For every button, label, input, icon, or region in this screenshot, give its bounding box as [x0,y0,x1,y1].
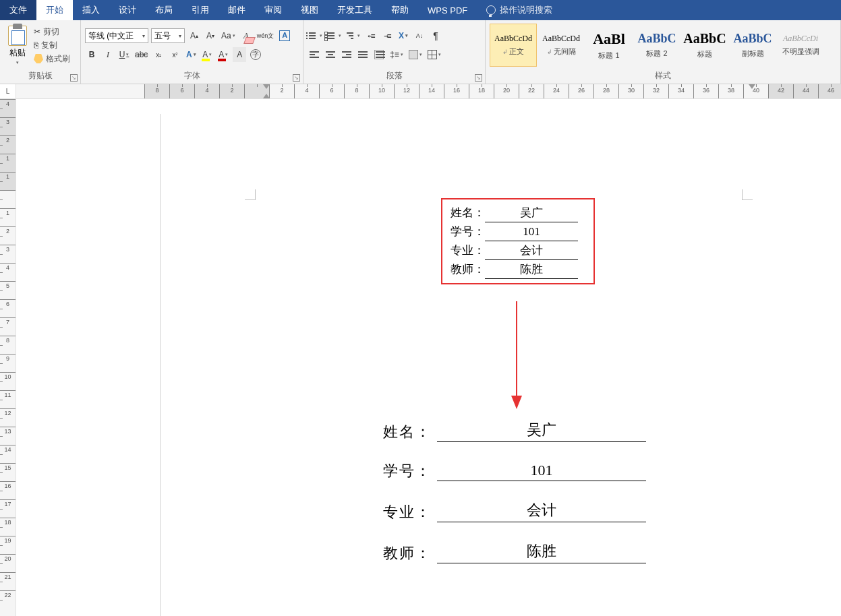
character-shading-button[interactable]: A [233,47,246,62]
subscript-button[interactable]: x [152,47,165,62]
form-row: 专业：会计 [451,241,585,260]
style-item-3[interactable]: AaBbC标题 2 [633,24,680,67]
character-border-button[interactable]: A [278,28,291,43]
italic-button[interactable]: I [101,47,115,62]
align-justify-button[interactable] [356,47,370,62]
style-name: 副标题 [742,49,764,59]
font-dialog-launcher[interactable]: ↘ [293,74,300,82]
tab-mailings[interactable]: 邮件 [219,0,255,20]
group-paragraph: ←≡ →≡ X ¶ ‡≡ 段落↘ [303,20,486,84]
field-value: 101 [437,462,646,481]
tab-selector[interactable]: L [0,84,16,98]
field-value: 陈胜 [485,260,578,279]
workspace: 4321112345678910111213141516171819202122… [0,99,841,616]
multilevel-list-button[interactable] [345,28,361,43]
brush-icon [34,54,43,63]
page: 姓名：吴广学号：101专业：会计教师：陈胜 姓名：吴广学号：101专业：会计教师… [161,114,841,616]
align-center-button[interactable] [324,47,337,62]
highlight-button[interactable]: A [200,47,214,62]
group-clipboard-label: 剪贴板 [28,71,53,80]
shading-button[interactable] [407,47,424,62]
field-label: 学号： [383,461,437,481]
change-case-button[interactable]: Aa [220,28,237,43]
paste-button[interactable]: 粘贴 ▾ [4,23,31,68]
enclose-characters-button[interactable]: 字 [249,47,262,62]
underline-button[interactable]: U [117,47,131,62]
form-row: 姓名：吴广 [451,204,585,222]
superscript-button[interactable]: x [168,47,181,62]
shrink-font-button[interactable]: A▾ [204,28,217,43]
tab-layout[interactable]: 布局 [146,0,182,20]
align-right-button[interactable] [340,47,353,62]
increase-indent-button[interactable]: →≡ [380,28,394,43]
bold-button[interactable]: B [85,47,98,62]
field-value: 101 [485,222,578,241]
format-painter-button[interactable]: 格式刷 [34,53,70,65]
tab-insert[interactable]: 插入 [73,0,109,20]
margin-mark-top-left [245,189,256,200]
font-name-combo[interactable]: 等线 (中文正▾ [85,28,148,43]
style-preview: AaBbC [683,31,726,47]
style-item-1[interactable]: AaBbCcDd无间隔 [538,24,585,67]
tab-help[interactable]: 帮助 [382,0,418,20]
tab-wpspdf[interactable]: WPS PDF [418,0,477,20]
large-form: 姓名：吴广学号：101专业：会计教师：陈胜 [383,420,646,582]
asian-layout-button[interactable]: X [397,28,410,43]
decrease-indent-button[interactable]: ←≡ [364,28,378,43]
right-indent-marker[interactable] [749,84,755,89]
tell-me-label: 操作说明搜索 [500,4,552,16]
svg-marker-1 [511,396,522,409]
style-item-2[interactable]: AaBl标题 1 [585,24,633,67]
copy-button[interactable]: 复制 [34,40,70,51]
style-item-5[interactable]: AaBbC副标题 [729,24,776,67]
form-row: 学号：101 [451,222,585,241]
sort-button[interactable] [413,28,426,43]
line-spacing-button[interactable]: ‡≡ [388,47,405,62]
ruler-vertical[interactable]: 4321112345678910111213141516171819202122 [0,99,16,616]
phonetic-guide-button[interactable]: wén文 [256,28,276,43]
tab-design[interactable]: 设计 [109,0,146,20]
paste-icon [8,26,27,46]
group-styles-label: 样式 [655,71,671,80]
style-item-4[interactable]: AaBbC标题 [681,24,728,67]
group-styles: AaBbCcDd正文AaBbCcDd无间隔AaBl标题 1AaBbC标题 2Aa… [486,20,841,84]
hanging-indent-marker[interactable] [263,94,270,98]
strikethrough-button[interactable]: abc [134,47,149,62]
show-marks-button[interactable]: ¶ [429,28,442,43]
clear-formatting-button[interactable]: A [239,28,253,43]
clipboard-dialog-launcher[interactable]: ↘ [70,74,78,82]
form-row-large: 学号：101 [383,461,646,481]
align-distributed-button[interactable] [372,47,386,62]
style-preview: AaBl [593,30,625,48]
paste-label: 粘贴 [9,47,26,59]
document-canvas[interactable]: 姓名：吴广学号：101专业：会计教师：陈胜 姓名：吴广学号：101专业：会计教师… [16,99,841,616]
tab-review[interactable]: 审阅 [255,0,291,20]
style-name: 无间隔 [547,47,576,57]
first-line-indent-marker[interactable] [263,84,270,89]
tab-references[interactable]: 引用 [182,0,219,20]
ruler-horizontal[interactable]: 8642246810121416182022242628303234363840… [16,84,841,98]
style-preview: AaBbCcDd [494,34,532,44]
style-item-0[interactable]: AaBbCcDd正文 [490,24,537,67]
tab-view[interactable]: 视图 [291,0,328,20]
grow-font-button[interactable]: A▴ [187,28,201,43]
ribbon: 粘贴 ▾ 剪切 复制 格式刷 剪贴板↘ 等线 (中文正▾ 五号▾ A▴ A▾ A… [0,20,841,84]
paragraph-dialog-launcher[interactable]: ↘ [475,74,482,82]
bullets-button[interactable] [308,28,324,43]
field-label: 教师： [451,260,485,278]
tab-file[interactable]: 文件 [0,0,36,20]
text-effects-button[interactable]: A [184,47,198,62]
cut-button[interactable]: 剪切 [34,26,70,38]
tell-me-search[interactable]: 操作说明搜索 [477,0,562,20]
style-name: 标题 1 [598,51,619,61]
numbering-button[interactable] [326,28,343,43]
font-color-button[interactable]: A [216,47,230,62]
tab-developer[interactable]: 开发工具 [328,0,382,20]
font-size-combo[interactable]: 五号▾ [151,28,185,43]
align-left-button[interactable] [308,47,321,62]
form-row-large: 教师：陈胜 [383,541,646,563]
tab-home[interactable]: 开始 [36,0,73,20]
style-item-6[interactable]: AaBbCcDi不明显强调 [777,24,824,67]
paste-dropdown-icon[interactable]: ▾ [16,60,19,65]
borders-button[interactable] [426,47,442,62]
